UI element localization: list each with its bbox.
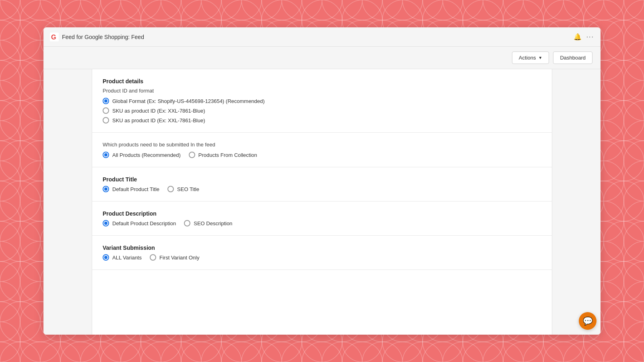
product-title-heading: Product Title bbox=[103, 176, 541, 183]
product-title-section: Product Title Default Product Title SEO … bbox=[92, 167, 552, 202]
actions-chevron-icon: ▼ bbox=[538, 56, 542, 60]
product-description-radio-group: Default Product Description SEO Descript… bbox=[103, 220, 541, 226]
radio-all-variants-indicator bbox=[103, 254, 109, 261]
radio-products-collection-label: Products From Collection bbox=[198, 152, 257, 158]
radio-seo-description-indicator bbox=[184, 220, 190, 226]
radio-seo-title-label: SEO Title bbox=[177, 186, 199, 192]
radio-all-variants-label: ALL Variants bbox=[112, 255, 142, 261]
product-description-section: Product Description Default Product Desc… bbox=[92, 202, 552, 236]
window-title: Feed for Google Shopping: Feed bbox=[62, 34, 144, 40]
variant-submission-radio-group: ALL Variants First Variant Only bbox=[103, 254, 541, 261]
radio-seo-description[interactable]: SEO Description bbox=[184, 220, 232, 226]
which-products-label: Which products need to be submitted In t… bbox=[103, 142, 541, 148]
radio-sku-1-indicator bbox=[103, 107, 109, 114]
radio-all-products[interactable]: All Products (Recommended) bbox=[103, 152, 181, 158]
radio-default-title-label: Default Product Title bbox=[112, 186, 159, 192]
app-window: G Feed for Google Shopping: Feed 🔔 ··· A… bbox=[43, 27, 601, 335]
toolbar: Actions ▼ Dashboard bbox=[43, 47, 601, 69]
which-products-section: Which products need to be submitted In t… bbox=[92, 133, 552, 167]
radio-first-variant-label: First Variant Only bbox=[159, 255, 199, 261]
which-products-radio-group: All Products (Recommended) Products From… bbox=[103, 152, 541, 158]
radio-first-variant[interactable]: First Variant Only bbox=[150, 254, 199, 261]
radio-global-format[interactable]: Global Format (Ex: Shopify-US-445698-123… bbox=[103, 98, 541, 104]
radio-sku-2-label: SKU as product ID (Ex: XXL-7861-Blue) bbox=[112, 117, 205, 123]
radio-products-collection[interactable]: Products From Collection bbox=[189, 152, 257, 158]
product-title-radio-group: Default Product Title SEO Title bbox=[103, 186, 541, 192]
radio-default-description-indicator bbox=[103, 220, 109, 226]
product-id-radio-group: Global Format (Ex: Shopify-US-445698-123… bbox=[103, 98, 541, 123]
chat-icon: 💬 bbox=[583, 316, 593, 326]
svg-text:G: G bbox=[51, 34, 56, 41]
content-area: Product details Product ID and format Gl… bbox=[43, 69, 601, 335]
radio-seo-title-indicator bbox=[167, 186, 174, 192]
main-panel: Product details Product ID and format Gl… bbox=[92, 69, 552, 335]
radio-global-format-indicator bbox=[103, 98, 109, 104]
radio-products-collection-indicator bbox=[189, 152, 195, 158]
radio-default-description-label: Default Product Description bbox=[112, 220, 176, 226]
radio-sku-1-label: SKU as product ID (Ex: XXL-7861-Blue) bbox=[112, 108, 205, 114]
radio-default-title[interactable]: Default Product Title bbox=[103, 186, 159, 192]
radio-global-format-label: Global Format (Ex: Shopify-US-445698-123… bbox=[112, 98, 265, 104]
title-bar-right: 🔔 ··· bbox=[574, 33, 594, 41]
more-options-icon[interactable]: ··· bbox=[586, 33, 594, 41]
radio-all-products-indicator bbox=[103, 152, 109, 158]
product-details-section: Product details Product ID and format Gl… bbox=[92, 69, 552, 133]
product-details-title: Product details bbox=[103, 78, 541, 84]
left-sidebar bbox=[43, 69, 92, 335]
radio-first-variant-indicator bbox=[150, 254, 156, 261]
radio-all-variants[interactable]: ALL Variants bbox=[103, 254, 142, 261]
radio-all-products-label: All Products (Recommended) bbox=[112, 152, 181, 158]
radio-default-title-indicator bbox=[103, 186, 109, 192]
bell-icon[interactable]: 🔔 bbox=[574, 33, 582, 41]
radio-sku-2[interactable]: SKU as product ID (Ex: XXL-7861-Blue) bbox=[103, 117, 541, 123]
radio-seo-description-label: SEO Description bbox=[194, 220, 232, 226]
actions-button[interactable]: Actions ▼ bbox=[512, 51, 549, 64]
actions-label: Actions bbox=[519, 55, 536, 61]
title-bar: G Feed for Google Shopping: Feed 🔔 ··· bbox=[43, 27, 601, 47]
variant-submission-heading: Variant Submission bbox=[103, 245, 541, 251]
radio-seo-title[interactable]: SEO Title bbox=[167, 186, 199, 192]
chat-button[interactable]: 💬 bbox=[579, 312, 597, 330]
product-description-heading: Product Description bbox=[103, 210, 541, 217]
radio-sku-1[interactable]: SKU as product ID (Ex: XXL-7861-Blue) bbox=[103, 107, 541, 114]
app-logo-icon: G bbox=[50, 33, 59, 41]
product-id-format-label: Product ID and format bbox=[103, 88, 541, 94]
right-sidebar bbox=[552, 69, 601, 335]
radio-default-description[interactable]: Default Product Description bbox=[103, 220, 176, 226]
radio-sku-2-indicator bbox=[103, 117, 109, 123]
title-bar-left: G Feed for Google Shopping: Feed bbox=[50, 33, 144, 41]
dashboard-button[interactable]: Dashboard bbox=[553, 51, 592, 64]
variant-submission-section: Variant Submission ALL Variants First Va… bbox=[92, 236, 552, 270]
